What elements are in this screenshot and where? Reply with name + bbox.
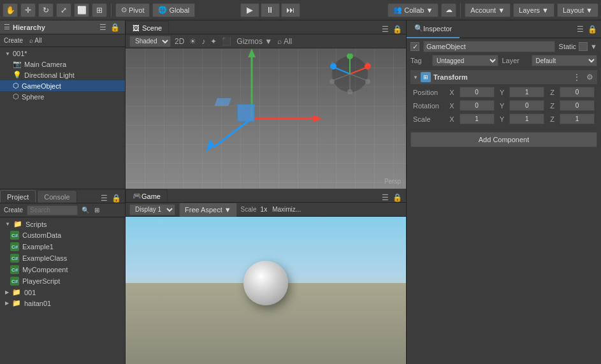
hierarchy-menu-btn[interactable]: ☰ bbox=[98, 23, 108, 32]
playerscript-script-icon: C# bbox=[10, 277, 19, 286]
project-search-btn[interactable]: 🔍 bbox=[80, 207, 91, 214]
pos-x-input[interactable] bbox=[460, 87, 495, 98]
scene-menu-btn[interactable]: ☰ bbox=[380, 25, 390, 34]
tab-console[interactable]: Console bbox=[37, 190, 76, 203]
scale-y-input[interactable] bbox=[509, 113, 544, 124]
pivot-button[interactable]: ⊙ Pivot bbox=[115, 3, 150, 17]
play-button[interactable]: ▶ bbox=[240, 3, 259, 17]
scale-z-input[interactable] bbox=[560, 113, 595, 124]
gizmos-btn[interactable]: Gizmos ▼ bbox=[235, 37, 273, 46]
aspect-dropdown[interactable]: Free Aspect ▼ bbox=[179, 203, 237, 217]
position-row: Position X Y Z bbox=[410, 85, 597, 99]
project-item-customdata[interactable]: C# CustomData bbox=[0, 229, 125, 241]
rot-x-input[interactable] bbox=[460, 100, 495, 111]
gameobject-active-checkbox[interactable]: ✓ bbox=[410, 42, 419, 51]
rot-z-input[interactable] bbox=[560, 100, 595, 111]
rot-y-input[interactable] bbox=[509, 100, 544, 111]
project-lock-btn[interactable]: 🔒 bbox=[110, 194, 122, 203]
transform-menu-btn[interactable]: ⋮ bbox=[572, 72, 581, 82]
001-folder-icon: 📁 bbox=[12, 288, 21, 296]
transform-tool-btn[interactable]: ⊞ bbox=[92, 3, 107, 17]
haitan01-label: haitan01 bbox=[24, 300, 51, 307]
pos-y-input[interactable] bbox=[509, 87, 544, 98]
top-toolbar: ✋ ✛ ↻ ⤢ ⬜ ⊞ ⊙ Pivot 🌐 Global ▶ ⏸ ⏭ 👥 Col… bbox=[0, 0, 601, 20]
layers-button[interactable]: Layers ▼ bbox=[513, 3, 554, 17]
hierarchy-all-label: All bbox=[34, 37, 41, 44]
transform-settings-btn[interactable]: ⚙ bbox=[585, 73, 595, 82]
account-button[interactable]: Account ▼ bbox=[465, 3, 510, 17]
audio-btn[interactable]: ♪ bbox=[200, 37, 206, 46]
maximize-btn[interactable]: Maximiz... bbox=[271, 206, 302, 213]
scripts-folder-icon: 📁 bbox=[13, 220, 22, 228]
pause-button[interactable]: ⏸ bbox=[261, 3, 280, 17]
project-menu-btn[interactable]: ☰ bbox=[99, 194, 109, 203]
tab-game[interactable]: 🎮 Game bbox=[126, 189, 168, 202]
pos-y-axis: Y bbox=[497, 85, 507, 99]
tab-inspector[interactable]: 🔍 Inspector bbox=[407, 20, 460, 38]
rect-tool-btn[interactable]: ⬜ bbox=[74, 3, 89, 17]
example1-script-icon: C# bbox=[10, 242, 19, 251]
tag-dropdown[interactable]: Untagged bbox=[432, 55, 498, 66]
move-tool-btn[interactable]: ✛ bbox=[20, 3, 36, 17]
tab-scene[interactable]: 🖼 Scene bbox=[126, 21, 169, 34]
game-menu-btn[interactable]: ☰ bbox=[380, 193, 390, 202]
scene-lock-btn[interactable]: 🔒 bbox=[391, 25, 403, 34]
project-sort-btn[interactable]: ⊞ bbox=[93, 207, 101, 214]
hierarchy-create-btn[interactable]: Create bbox=[3, 37, 24, 44]
hierarchy-root[interactable]: ▼ 001* bbox=[0, 48, 125, 59]
project-create-btn[interactable]: Create bbox=[3, 207, 24, 214]
rotate-tool-btn[interactable]: ↻ bbox=[38, 3, 54, 17]
rot-z-axis: Z bbox=[547, 99, 557, 112]
project-item-example1[interactable]: C# Example1 bbox=[0, 241, 125, 252]
hierarchy-item-gameobject[interactable]: ⬡ GameObject bbox=[0, 80, 125, 91]
inspector-icon: 🔍 bbox=[414, 24, 423, 33]
game-view[interactable] bbox=[126, 217, 406, 364]
hierarchy-item-directional-light[interactable]: 💡 Directional Light bbox=[0, 69, 125, 80]
hand-tool-btn[interactable]: ✋ bbox=[3, 3, 18, 17]
add-component-button[interactable]: Add Component bbox=[410, 132, 597, 147]
hierarchy-header: ☰ Hierarchy ☰ 🔒 bbox=[0, 20, 125, 34]
game-lock-btn[interactable]: 🔒 bbox=[391, 193, 403, 202]
project-search-input[interactable] bbox=[27, 205, 78, 215]
inspector-lock-btn[interactable]: 🔒 bbox=[588, 25, 597, 34]
transform-component-header[interactable]: ▼ ⊞ Transform ⋮ ⚙ bbox=[410, 70, 597, 84]
scale-tool-btn[interactable]: ⤢ bbox=[56, 3, 71, 17]
shading-dropdown[interactable]: Shaded bbox=[129, 36, 171, 47]
scene-all-btn[interactable]: ⌕ All bbox=[276, 37, 293, 46]
static-dropdown-arrow[interactable]: ▼ bbox=[590, 43, 597, 50]
hierarchy-all-btn[interactable]: ⌕ All bbox=[28, 37, 43, 44]
lighting-btn[interactable]: ☀ bbox=[188, 37, 198, 46]
hierarchy-item-sphere[interactable]: ⬡ Sphere bbox=[0, 91, 125, 102]
scene-image-btn[interactable]: ⬛ bbox=[221, 37, 233, 46]
project-item-001[interactable]: ▶ 📁 001 bbox=[0, 287, 125, 298]
project-item-playerscript[interactable]: C# PlayerScript bbox=[0, 275, 125, 287]
display-dropdown[interactable]: Display 1 bbox=[129, 204, 175, 215]
rotation-label: Rotation bbox=[410, 99, 447, 112]
gameobject-name-input[interactable] bbox=[423, 41, 555, 52]
hierarchy-lock-btn[interactable]: 🔒 bbox=[109, 23, 121, 32]
static-checkbox[interactable] bbox=[579, 42, 588, 51]
tab-project[interactable]: Project bbox=[0, 190, 36, 203]
project-item-mycomponent[interactable]: C# MyComponent bbox=[0, 264, 125, 275]
pos-x-axis: X bbox=[447, 85, 457, 99]
scene-view[interactable]: X Y Z Pe bbox=[126, 48, 406, 189]
layer-dropdown[interactable]: Default bbox=[532, 55, 598, 66]
step-button[interactable]: ⏭ bbox=[281, 3, 300, 17]
persp-text: Persp bbox=[384, 178, 401, 185]
layout-button[interactable]: Layout ▼ bbox=[557, 3, 598, 17]
scale-x-input[interactable] bbox=[460, 113, 495, 124]
pos-z-input[interactable] bbox=[560, 87, 595, 98]
global-button[interactable]: 🌐 Global bbox=[152, 3, 195, 17]
svg-line-15 bbox=[335, 68, 350, 74]
2d-btn[interactable]: 2D bbox=[173, 37, 185, 46]
inspector-menu-btn[interactable]: ☰ bbox=[576, 25, 585, 34]
project-item-haitan01[interactable]: ▶ 📁 haitan01 bbox=[0, 298, 125, 309]
cloud-button[interactable]: ☁ bbox=[441, 3, 456, 17]
hierarchy-item-main-camera[interactable]: 📷 Main Camera bbox=[0, 59, 125, 69]
aspect-arrow: ▼ bbox=[224, 206, 231, 214]
tag-layer-row: Tag Untagged Layer Default bbox=[410, 55, 597, 66]
project-item-exampleclass[interactable]: C# ExampleClass bbox=[0, 252, 125, 264]
collab-button[interactable]: 👥 Collab ▼ bbox=[387, 3, 438, 17]
effects-btn[interactable]: ✦ bbox=[209, 37, 218, 46]
project-item-scripts[interactable]: ▼ 📁 Scripts bbox=[0, 219, 125, 229]
